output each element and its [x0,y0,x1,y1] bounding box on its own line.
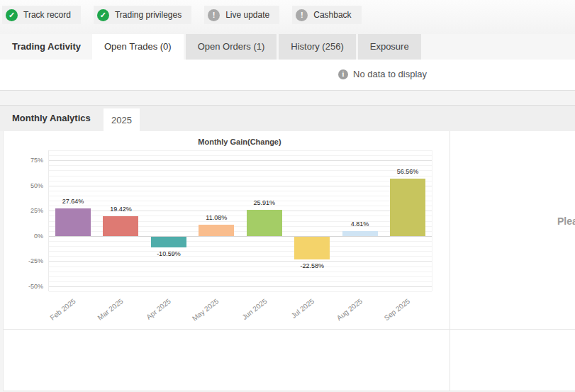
exclamation-icon: ! [208,9,220,21]
x-tick-label: Jun 2025 [240,297,268,321]
column-divider [450,131,450,391]
gridline-major [49,186,432,186]
no-data-message: i No data to display [338,69,427,79]
open-trades-panel: i No data to display [0,60,575,91]
gridline-minor [49,206,432,206]
monthly-gain-chart: Monthly Gain(Change) 27.64%19.42%-10.59%… [4,131,450,329]
gridline-major [49,160,432,161]
gridline-minor [49,165,432,166]
gridline-minor [49,251,432,252]
bar-value-label: -22.58% [300,262,324,269]
bar-value-label: 4.81% [351,220,369,228]
gridline-minor [49,196,432,196]
status-badges-bar: ✓Track record✓Trading privileges!Live up… [0,0,575,34]
bar-value-label: 25.91% [253,199,275,206]
monthly-analytics-header: Monthly Analytics 2025 [0,105,575,131]
tab-open-trades-0[interactable]: Open Trades (0) [92,34,184,60]
monthly-analytics-body: Monthly Gain(Change) 27.64%19.42%-10.59%… [3,131,575,391]
exclamation-icon: ! [296,9,308,21]
gridline-minor [49,256,432,257]
gridline-minor [49,155,432,156]
badge-label: Cashback [313,10,351,20]
gridline-minor [49,176,432,177]
gridline-minor [49,181,432,181]
check-icon: ✓ [6,9,18,21]
gridline-major [49,286,432,287]
gridline-major [49,261,432,262]
trading-activity-label: Trading Activity [12,34,81,60]
gridline-major [49,211,432,211]
y-tick-0: 0% [13,233,43,240]
check-icon: ✓ [97,9,109,21]
chart-plot: 27.64%19.42%-10.59%11.08%25.91%-22.58%4.… [48,150,432,291]
gridline-minor [49,271,432,272]
badge-label: Live update [225,10,269,20]
gridline-minor [49,150,432,151]
trading-tabs-bar: Trading Activity Open Trades (0)Open Ord… [0,34,575,60]
bar-value-label: 19.42% [110,206,132,213]
x-tick-label: Aug 2025 [335,297,364,322]
info-icon: i [338,69,348,79]
tab-exposure[interactable]: Exposure [358,34,421,60]
x-tick-label: Mar 2025 [96,297,125,322]
bar-may-2025[interactable] [199,225,234,236]
gridline-minor [49,170,432,171]
bar-jun-2025[interactable] [247,210,282,236]
tab-year-2025[interactable]: 2025 [104,108,140,132]
bar-value-label: 56.56% [397,168,419,175]
bar-sep-2025[interactable] [390,179,425,235]
gridline-minor [49,201,432,201]
monthly-analytics-label: Monthly Analytics [12,106,91,131]
bar-value-label: 27.64% [62,198,84,205]
x-tick-label: May 2025 [191,297,220,323]
gridline-minor [49,291,432,292]
bar-aug-2025[interactable] [342,231,378,236]
y-tick-25: 25% [13,207,43,214]
trading-dashboard: ✓Track record✓Trading privileges!Live up… [0,0,575,392]
gridline-minor [49,241,432,242]
trading-tabs: Open Trades (0)Open Orders (1)History (2… [92,34,421,60]
gridline-minor [49,276,432,277]
y-tick-50: 50% [13,182,43,189]
gridline-minor [49,246,432,247]
badge-label: Trading privileges [115,10,182,20]
badge-live-update[interactable]: !Live update [204,6,279,24]
tab-open-orders-1[interactable]: Open Orders (1) [186,34,277,60]
y-tick-25: -25% [13,257,43,264]
y-tick-50: -50% [13,283,43,290]
bar-feb-2025[interactable] [55,208,91,236]
x-tick-label: Apr 2025 [145,297,173,321]
side-panel-text: Plea [557,215,575,227]
badge-label: Track record [23,10,71,20]
bar-apr-2025[interactable] [151,237,186,247]
x-tick-label: Jul 2025 [290,297,316,320]
gridline-minor [49,281,432,282]
bar-value-label: 11.08% [206,214,227,221]
x-tick-label: Feb 2025 [48,297,77,322]
gridline-minor [49,267,432,267]
tab-history-256[interactable]: History (256) [279,34,355,60]
bar-jul-2025[interactable] [294,237,330,259]
status-badges: ✓Track record✓Trading privileges!Live up… [2,6,362,24]
bar-mar-2025[interactable] [103,216,138,236]
y-tick-75: 75% [13,157,43,164]
no-data-text: No data to display [353,69,427,79]
chart-title: Monthly Gain(Change) [48,138,431,146]
x-tick-label: Sep 2025 [383,297,412,322]
row-divider [4,329,575,330]
badge-track-record[interactable]: ✓Track record [2,6,81,24]
gridline-major [49,236,432,237]
bar-value-label: -10.59% [157,250,181,257]
badge-cashback[interactable]: !Cashback [292,6,361,24]
badge-trading-privileges[interactable]: ✓Trading privileges [94,6,191,24]
gridline-minor [49,191,432,191]
